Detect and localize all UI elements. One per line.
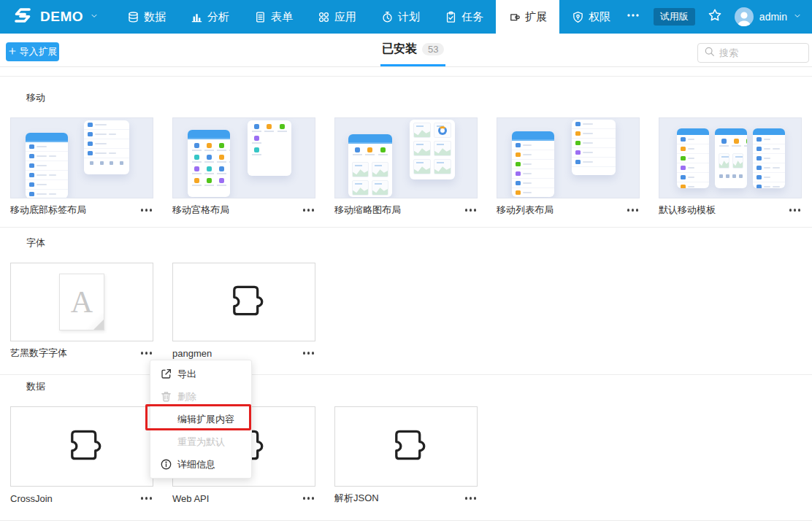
phone-header-bar bbox=[677, 128, 709, 135]
card-menu-button[interactable] bbox=[139, 494, 154, 503]
extension-card[interactable]: 移动列表布局 bbox=[497, 117, 640, 217]
extension-card[interactable]: 解析JSON bbox=[334, 406, 478, 505]
phone-mockup bbox=[26, 133, 68, 198]
card-title: CrossJoin bbox=[10, 493, 53, 504]
card-title: 移动列表布局 bbox=[497, 204, 554, 217]
extension-card[interactable]: 移动底部标签布局 bbox=[10, 117, 153, 217]
menu-item-spacer bbox=[160, 436, 172, 448]
card-preview bbox=[659, 117, 802, 198]
card-menu-button[interactable] bbox=[139, 206, 154, 214]
menu-item-label: 详细信息 bbox=[177, 458, 215, 471]
card-title: 解析JSON bbox=[334, 492, 379, 505]
phone-mockup bbox=[715, 128, 747, 188]
extension-card[interactable]: 默认移动模板 bbox=[659, 117, 802, 217]
menu-item-export[interactable]: 导出 bbox=[150, 363, 251, 385]
search-icon bbox=[704, 46, 715, 60]
menu-item-reset-default: 重置为默认 bbox=[150, 430, 251, 453]
phone-mockup bbox=[572, 120, 616, 175]
info-icon bbox=[160, 458, 172, 471]
card-title: 艺黑数字字体 bbox=[10, 347, 67, 360]
nav-item-label: 表单 bbox=[271, 10, 293, 24]
extension-card[interactable]: A艺黑数字字体 bbox=[10, 263, 153, 360]
phone-mockup bbox=[677, 128, 709, 188]
avatar bbox=[735, 7, 754, 26]
phone-header-bar bbox=[753, 128, 785, 135]
tab-installed-label: 已安装 bbox=[382, 42, 417, 57]
import-extension-button[interactable]: 导入扩展 bbox=[6, 42, 59, 61]
extension-card[interactable]: CrossJoin bbox=[10, 406, 153, 505]
star-icon[interactable] bbox=[708, 8, 722, 26]
nav-item-permission[interactable]: 权限 bbox=[559, 0, 623, 34]
extension-card[interactable]: 移动宫格布局 bbox=[172, 117, 315, 217]
menu-item-label: 重置为默认 bbox=[177, 436, 225, 449]
extension-card[interactable]: 移动缩略图布局 bbox=[334, 117, 478, 217]
card-title: 移动缩略图布局 bbox=[334, 204, 401, 217]
section-title: 移动 bbox=[26, 91, 45, 104]
trial-badge: 试用版 bbox=[654, 8, 695, 26]
card-menu-button[interactable] bbox=[302, 349, 316, 357]
font-file-icon: A bbox=[59, 274, 104, 330]
database-icon bbox=[127, 11, 139, 23]
puzzle-icon bbox=[382, 421, 430, 472]
card-title: 移动底部标签布局 bbox=[10, 204, 86, 217]
card-context-menu: 导出删除编辑扩展内容重置为默认详细信息 bbox=[150, 360, 252, 479]
schedule-icon bbox=[381, 11, 394, 23]
card-preview bbox=[172, 117, 315, 198]
phone-mockup bbox=[84, 120, 129, 174]
card-footer: 解析JSON bbox=[334, 492, 478, 505]
phone-header-bar bbox=[512, 131, 554, 141]
bar-chart-icon bbox=[191, 11, 203, 23]
puzzle-icon bbox=[220, 276, 268, 328]
menu-item-label: 删除 bbox=[177, 390, 196, 403]
phone-mockup bbox=[248, 120, 291, 176]
menu-item-details[interactable]: 详细信息 bbox=[150, 453, 251, 476]
more-menu-icon[interactable] bbox=[625, 9, 641, 25]
card-title: Web API bbox=[172, 493, 209, 504]
section-title: 字体 bbox=[26, 236, 45, 250]
nav-item-apps[interactable]: 应用 bbox=[305, 0, 369, 34]
card-menu-button[interactable] bbox=[464, 494, 478, 503]
nav-item-form[interactable]: 表单 bbox=[242, 0, 305, 34]
nav-item-schedule[interactable]: 计划 bbox=[369, 0, 432, 34]
card-footer: pangmen bbox=[172, 347, 315, 360]
brand-menu[interactable]: DEMO bbox=[0, 0, 99, 34]
search-input[interactable] bbox=[719, 47, 803, 58]
nav-item-database[interactable]: 数据 bbox=[115, 0, 178, 34]
extension-icon bbox=[508, 11, 521, 23]
section-cards-row: A艺黑数字字体pangmen bbox=[10, 263, 315, 360]
brand-name: DEMO bbox=[40, 9, 83, 25]
card-menu-button[interactable] bbox=[302, 206, 316, 214]
menu-item-label: 编辑扩展内容 bbox=[177, 413, 234, 426]
nav-item-label: 任务 bbox=[461, 10, 483, 24]
tasks-icon bbox=[445, 11, 457, 23]
nav-item-label: 计划 bbox=[398, 10, 420, 24]
user-menu[interactable]: admin bbox=[735, 7, 802, 26]
phone-header-bar bbox=[348, 134, 392, 144]
extension-card[interactable]: pangmen bbox=[172, 263, 315, 360]
extensions-page: DEMO 数据分析表单应用计划任务扩展权限 试用版 admin 导入扩展 已安装… bbox=[0, 0, 812, 526]
card-menu-button[interactable] bbox=[464, 206, 478, 214]
card-menu-button[interactable] bbox=[788, 206, 803, 214]
trash-icon bbox=[160, 390, 172, 403]
card-title: 默认移动模板 bbox=[659, 204, 716, 217]
card-menu-button[interactable] bbox=[302, 494, 316, 503]
main-nav: 数据分析表单应用计划任务扩展权限 bbox=[115, 0, 623, 34]
card-footer: CrossJoin bbox=[10, 492, 153, 505]
divider bbox=[0, 227, 812, 228]
header-right: 试用版 admin bbox=[625, 0, 802, 34]
menu-item-delete: 删除 bbox=[150, 385, 251, 408]
nav-item-label: 应用 bbox=[334, 10, 356, 24]
phone-header-bar bbox=[715, 128, 747, 135]
card-footer: 移动底部标签布局 bbox=[10, 204, 153, 217]
card-menu-button[interactable] bbox=[626, 206, 640, 214]
nav-item-bar-chart[interactable]: 分析 bbox=[178, 0, 242, 34]
menu-item-edit-extension-content[interactable]: 编辑扩展内容 bbox=[150, 408, 251, 430]
search-box bbox=[697, 43, 809, 63]
app-logo-icon bbox=[12, 4, 34, 29]
section-title: 数据 bbox=[26, 380, 45, 393]
tab-installed[interactable]: 已安装 53 bbox=[380, 34, 445, 66]
divider bbox=[0, 76, 812, 77]
nav-item-extension[interactable]: 扩展 bbox=[496, 0, 559, 34]
nav-item-tasks[interactable]: 任务 bbox=[432, 0, 496, 34]
card-menu-button[interactable] bbox=[139, 349, 154, 357]
